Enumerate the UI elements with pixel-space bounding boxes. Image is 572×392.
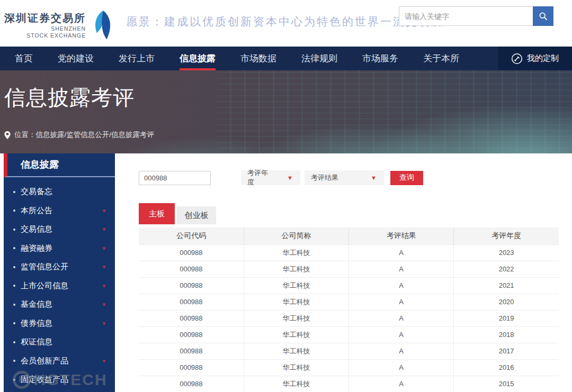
sidebar-item-融资融券[interactable]: 融资融券▾: [4, 239, 115, 258]
sidebar: 信息披露 交易备忘本所公告▾交易信息▾融资融券▾监管信息公开▾上市公司信息▾基金…: [4, 153, 115, 392]
table-cell: 华工科技: [244, 359, 348, 376]
page-title: 信息披露考评: [4, 83, 135, 112]
table-cell: 2018: [454, 326, 559, 343]
sidebar-item-债券信息[interactable]: 债券信息▾: [4, 314, 115, 333]
table-cell: 华工科技: [244, 261, 348, 277]
sidebar-item-label: 固定收益产品: [21, 375, 68, 385]
sidebar-item-label: 交易信息: [21, 224, 52, 234]
site-search-button[interactable]: [533, 6, 553, 26]
chevron-down-icon: ▾: [102, 207, 105, 214]
nav-item-法律规则[interactable]: 法律规则: [301, 47, 337, 70]
table-cell: 2016: [454, 359, 559, 376]
search-icon: [539, 12, 548, 21]
tab-主板[interactable]: 主板: [139, 203, 175, 224]
table-row: 000988华工科技A2015: [139, 376, 559, 392]
bullet-icon: [13, 360, 15, 362]
chevron-down-icon: ▾: [102, 358, 105, 364]
column-header-公司简称: 公司简称: [244, 227, 348, 244]
table-cell: 000988: [139, 343, 244, 359]
table-cell: 华工科技: [244, 343, 348, 359]
nav-item-发行上市[interactable]: 发行上市: [119, 47, 155, 70]
bullet-icon: [13, 322, 15, 324]
sidebar-item-交易信息[interactable]: 交易信息▾: [4, 220, 115, 239]
bullet-icon: [13, 209, 15, 212]
logo-text: 深圳证券交易所 SHENZHEN STOCK EXCHANGE: [4, 11, 86, 39]
chevron-down-icon: ▾: [102, 245, 105, 252]
sidebar-item-会员创新产品[interactable]: 会员创新产品▾: [4, 352, 115, 371]
table-cell: 2017: [454, 343, 559, 359]
table-row: 000988华工科技A2022: [139, 261, 559, 277]
my-customization-label: 我的定制: [527, 53, 559, 63]
sidebar-item-本所公告[interactable]: 本所公告▾: [4, 202, 115, 221]
table-cell: 2021: [454, 277, 559, 294]
main-navbar: 首页党的建设发行上市信息披露市场数据法律规则市场服务关于本所 我的定制: [0, 47, 572, 70]
nav-item-信息披露[interactable]: 信息披露: [180, 47, 216, 70]
table-row: 000988华工科技A2017: [139, 343, 559, 359]
sidebar-item-上市公司信息[interactable]: 上市公司信息▾: [4, 277, 115, 296]
column-header-考评结果: 考评结果: [349, 227, 454, 244]
nav-item-市场服务[interactable]: 市场服务: [362, 47, 398, 70]
chevron-down-icon: ▾: [102, 301, 105, 308]
sidebar-item-label: 本所公告: [21, 206, 52, 216]
sidebar-item-label: 上市公司信息: [21, 281, 68, 291]
chevron-down-icon: ▾: [102, 282, 105, 289]
my-customization-button[interactable]: 我的定制: [498, 47, 572, 70]
table-cell: 华工科技: [244, 326, 348, 343]
eval-year-dropdown[interactable]: 考评年度 ▼: [241, 170, 300, 185]
eval-result-dropdown-label: 考评结果: [311, 173, 338, 183]
table-cell: 2019: [454, 310, 559, 326]
bullet-icon: [13, 304, 15, 306]
sidebar-item-基金信息[interactable]: 基金信息▾: [4, 295, 115, 314]
table-row: 000988华工科技A2020: [139, 294, 559, 310]
company-code-input[interactable]: [139, 171, 211, 185]
table-cell: A: [349, 310, 454, 326]
bullet-icon: [13, 341, 15, 343]
main-panel: 考评年度 ▼ 考评结果 ▼ 查询 主板创业板 公司代码公司简称考评结果考评年度 …: [139, 153, 559, 392]
site-search-input[interactable]: [399, 6, 533, 26]
nav-item-首页[interactable]: 首页: [15, 47, 33, 70]
sidebar-item-交易备忘[interactable]: 交易备忘: [4, 183, 115, 202]
szse-logo-icon: [90, 8, 114, 42]
nav-item-党的建设[interactable]: 党的建设: [58, 47, 94, 70]
bullet-icon: [13, 229, 15, 231]
table-cell: 000988: [139, 277, 244, 294]
table-cell: 华工科技: [244, 244, 348, 261]
table-cell: 000988: [139, 244, 244, 261]
sidebar-item-label: 会员创新产品: [21, 356, 68, 366]
logo-name-cn: 深圳证券交易所: [4, 11, 86, 25]
eval-year-dropdown-label: 考评年度: [247, 168, 271, 187]
sidebar-item-监管信息公开[interactable]: 监管信息公开▾: [4, 258, 115, 277]
szse-logo[interactable]: 深圳证券交易所 SHENZHEN STOCK EXCHANGE: [0, 5, 114, 42]
query-button[interactable]: 查询: [390, 171, 423, 185]
table-cell: 000988: [139, 310, 244, 326]
chevron-down-icon: ▾: [102, 226, 105, 233]
nav-items: 首页党的建设发行上市信息披露市场数据法律规则市场服务关于本所: [0, 47, 484, 70]
table-cell: A: [349, 261, 454, 277]
bullet-icon: [13, 247, 15, 249]
vision-slogan: 愿景：建成以优质创新资本中心为特色的世界一流交易所: [126, 14, 444, 29]
nav-item-市场数据[interactable]: 市场数据: [240, 47, 276, 70]
sidebar-item-label: 监管信息公开: [21, 262, 68, 272]
table-cell: A: [349, 326, 454, 343]
nav-item-关于本所[interactable]: 关于本所: [423, 47, 459, 70]
tab-创业板[interactable]: 创业板: [177, 206, 216, 224]
table-cell: 000988: [139, 294, 244, 310]
table-cell: A: [349, 244, 454, 261]
chevron-down-icon: ▾: [102, 263, 105, 270]
table-cell: 000988: [139, 326, 244, 343]
sidebar-item-权证信息[interactable]: 权证信息: [4, 333, 115, 352]
board-tabs: 主板创业板: [139, 203, 559, 224]
chevron-down-icon: ▾: [102, 320, 105, 327]
table-cell: 000988: [139, 376, 244, 392]
column-header-考评年度: 考评年度: [454, 227, 559, 244]
table-cell: 华工科技: [244, 277, 348, 294]
table-row: 000988华工科技A2023: [139, 244, 559, 261]
eval-result-dropdown[interactable]: 考评结果 ▼: [305, 170, 384, 185]
table-cell: A: [349, 343, 454, 359]
table-cell: A: [349, 376, 454, 392]
top-header: 深圳证券交易所 SHENZHEN STOCK EXCHANGE 愿景：建成以优质…: [0, 0, 572, 47]
table-cell: 000988: [139, 359, 244, 376]
sidebar-item-固定收益产品[interactable]: 固定收益产品: [4, 370, 115, 389]
bullet-icon: [13, 285, 15, 287]
bullet-icon: [13, 379, 15, 381]
